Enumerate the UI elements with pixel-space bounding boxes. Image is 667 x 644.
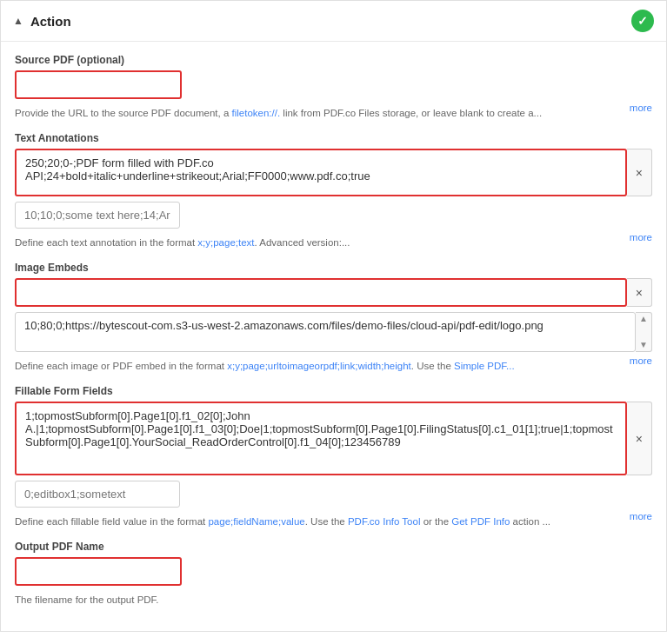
action-panel: ▲ Action ✓ Source PDF (optional) https:/… bbox=[0, 0, 667, 632]
image-embeds-remove-button[interactable]: × bbox=[627, 278, 652, 307]
scroll-up-icon[interactable]: ▲ bbox=[639, 315, 648, 323]
image-embeds-hint: Define each image or PDF embed in the fo… bbox=[15, 359, 515, 373]
fillable-form-fields-remove-button[interactable]: × bbox=[627, 402, 652, 475]
image-embeds-label: Image Embeds bbox=[15, 262, 652, 274]
panel-title: Action bbox=[30, 14, 71, 29]
text-annotation-format-link[interactable]: x;y;page;text bbox=[197, 237, 254, 248]
pdfco-info-tool-link[interactable]: PDF.co Info Tool bbox=[348, 516, 421, 527]
text-annotations-hint-row: Define each text annotation in the forma… bbox=[15, 232, 652, 249]
image-embeds-input-2[interactable]: 10;80;0;https://bytescout-com.s3-us-west… bbox=[15, 312, 636, 352]
source-pdf-more-link[interactable]: more bbox=[630, 103, 652, 113]
text-annotations-label: Text Annotations bbox=[15, 132, 652, 144]
text-annotations-input-1[interactable]: 250;20;0-;PDF form filled with PDF.co AP… bbox=[15, 149, 627, 196]
fillable-form-fields-input-row: 1;topmostSubform[0].Page1[0].f1_02[0];Jo… bbox=[15, 402, 652, 475]
fillable-format-link[interactable]: page;fieldName;value bbox=[208, 516, 304, 527]
image-embed-format-link[interactable]: x;y;page;urltoimageorpdf;link;width;heig… bbox=[227, 361, 411, 371]
text-annotations-hint: Define each text annotation in the forma… bbox=[15, 236, 350, 249]
output-pdf-name-label: Output PDF Name bbox=[15, 541, 652, 553]
fillable-form-fields-input-1[interactable]: 1;topmostSubform[0].Page1[0].f1_02[0];Jo… bbox=[15, 402, 627, 475]
output-pdf-name-hint: The filename for the output PDF. bbox=[15, 593, 159, 607]
status-check-icon: ✓ bbox=[631, 10, 654, 32]
get-pdf-info-link[interactable]: Get PDF Info bbox=[451, 516, 510, 527]
image-embeds-hint-row: Define each image or PDF embed in the fo… bbox=[15, 355, 652, 373]
text-annotations-input-row: 250;20;0-;PDF form filled with PDF.co AP… bbox=[15, 149, 652, 196]
source-pdf-group: Source PDF (optional) https://pdfco-test… bbox=[15, 54, 652, 120]
filetoken-link[interactable]: filetoken://. bbox=[232, 108, 281, 118]
header-left: ▲ Action bbox=[13, 14, 71, 29]
scroll-down-icon[interactable]: ▼ bbox=[639, 341, 648, 349]
output-pdf-name-hint-row: The filename for the output PDF. bbox=[15, 589, 652, 607]
text-annotations-remove-button[interactable]: × bbox=[627, 149, 652, 196]
fillable-form-fields-more-link[interactable]: more bbox=[630, 511, 652, 521]
image-embeds-group: Image Embeds 100;180;0-;pdfco-test-files… bbox=[15, 262, 652, 373]
image-embeds-more-link[interactable]: more bbox=[630, 355, 652, 366]
image-embeds-input-row-2: 10;80;0;https://bytescout-com.s3-us-west… bbox=[15, 312, 652, 352]
simple-pdf-link[interactable]: Simple PDF... bbox=[454, 361, 515, 371]
image-embeds-input-row-1: 100;180;0-;pdfco-test-files.s3.us-west-2… bbox=[15, 278, 652, 307]
fillable-form-fields-group: Fillable Form Fields 1;topmostSubform[0]… bbox=[15, 385, 652, 528]
text-annotations-group: Text Annotations 250;20;0-;PDF form fill… bbox=[15, 132, 652, 249]
source-pdf-input[interactable]: https://pdfco-test-files.s3.us-west-2.am… bbox=[15, 70, 182, 99]
fillable-form-fields-input-2[interactable] bbox=[15, 481, 180, 508]
chevron-up-icon[interactable]: ▲ bbox=[13, 15, 23, 27]
text-annotations-more-link[interactable]: more bbox=[630, 232, 652, 242]
fillable-form-fields-hint: Define each fillable field value in the … bbox=[15, 515, 550, 528]
text-annotations-second-row bbox=[15, 202, 652, 229]
fillable-form-fields-label: Fillable Form Fields bbox=[15, 385, 652, 397]
source-pdf-hint: Provide the URL to the source PDF docume… bbox=[15, 106, 542, 120]
panel-body: Source PDF (optional) https://pdfco-test… bbox=[1, 42, 666, 631]
image-embeds-second-row: 10;80;0;https://bytescout-com.s3-us-west… bbox=[15, 312, 652, 352]
text-annotations-input-2[interactable] bbox=[15, 202, 180, 229]
fillable-form-fields-second-row bbox=[15, 481, 652, 508]
panel-header: ▲ Action ✓ bbox=[1, 1, 666, 42]
source-pdf-label: Source PDF (optional) bbox=[15, 54, 652, 66]
fillable-form-fields-hint-row: Define each fillable field value in the … bbox=[15, 511, 652, 528]
source-pdf-hint-row: Provide the URL to the source PDF docume… bbox=[15, 103, 652, 120]
image-embeds-input-1[interactable]: 100;180;0-;pdfco-test-files.s3.us-west-2… bbox=[15, 278, 627, 307]
output-pdf-name-group: Output PDF Name FilledForm The filename … bbox=[15, 541, 652, 607]
output-pdf-name-input[interactable]: FilledForm bbox=[15, 557, 182, 586]
scroll-arrows: ▲ ▼ bbox=[636, 312, 652, 352]
